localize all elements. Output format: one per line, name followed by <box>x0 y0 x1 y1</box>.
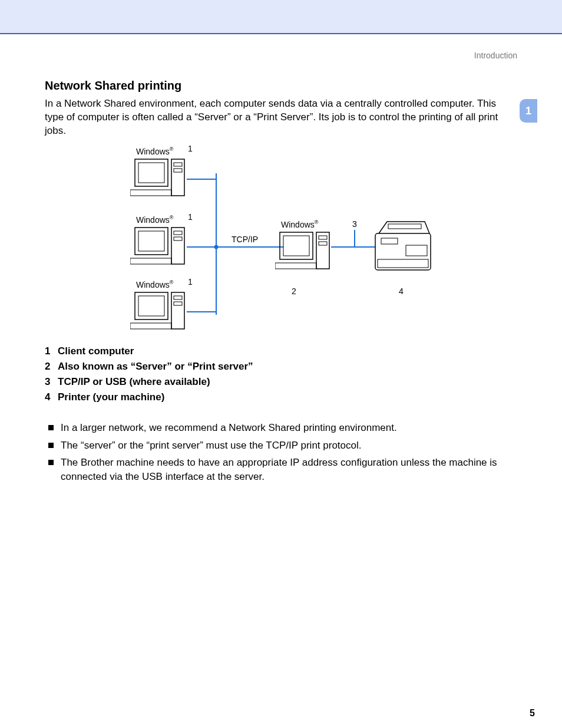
chapter-tab: 1 <box>520 99 537 123</box>
svg-rect-11 <box>171 159 184 196</box>
svg-rect-24 <box>174 296 182 299</box>
legend-num: 2 <box>45 361 58 373</box>
svg-rect-27 <box>283 236 309 256</box>
client2-os: Windows <box>136 215 170 224</box>
client-computer-icon <box>130 154 189 207</box>
page-content: Network Shared printing In a Network Sha… <box>0 79 562 484</box>
top-banner <box>0 0 562 34</box>
bullet-item: In a larger network, we recommend a Netw… <box>48 421 517 435</box>
svg-rect-18 <box>174 231 182 235</box>
svg-rect-32 <box>375 233 431 270</box>
legend-text: Also known as “Server” or “Print server” <box>58 361 253 373</box>
client3-os: Windows <box>136 279 170 289</box>
legend-item: 4 Printer (your machine) <box>45 391 517 403</box>
network-diagram: Windows® 1 Windows® 1 Windows® 1 TCP/IP <box>122 144 440 338</box>
svg-rect-34 <box>381 238 398 244</box>
bullet-item: The Brother machine needs to have an app… <box>48 456 517 484</box>
server-os: Windows <box>281 219 315 229</box>
header-section-label: Introduction <box>0 34 562 60</box>
section-title: Network Shared printing <box>45 79 517 93</box>
server-num: 2 <box>292 286 296 296</box>
registered-icon: ® <box>170 215 174 220</box>
legend-num: 4 <box>45 391 58 403</box>
legend-text: Client computer <box>58 345 134 357</box>
bullet-text: The “server” or the “print server” must … <box>61 439 362 453</box>
tcpip-label: TCP/IP <box>232 235 258 244</box>
svg-rect-15 <box>138 231 164 251</box>
chapter-number: 1 <box>525 105 531 117</box>
legend-item: 3 TCP/IP or USB (where available) <box>45 376 517 388</box>
diagram-legend: 1 Client computer 2 Also known as “Serve… <box>45 345 517 403</box>
legend-num: 1 <box>45 345 58 357</box>
registered-icon: ® <box>170 146 174 152</box>
svg-rect-16 <box>130 258 171 264</box>
svg-rect-22 <box>130 323 171 329</box>
svg-rect-29 <box>316 232 329 269</box>
section-intro: In a Network Shared environment, each co… <box>45 97 517 138</box>
client-computer-icon <box>130 288 189 341</box>
bullet-text: In a larger network, we recommend a Netw… <box>61 421 397 435</box>
legend-item: 1 Client computer <box>45 345 517 357</box>
legend-text: TCP/IP or USB (where available) <box>58 376 210 388</box>
svg-rect-33 <box>388 224 421 229</box>
bullet-list: In a larger network, we recommend a Netw… <box>48 421 517 484</box>
svg-rect-10 <box>130 190 171 196</box>
svg-rect-13 <box>174 169 182 172</box>
legend-text: Printer (your machine) <box>58 391 164 403</box>
svg-rect-23 <box>171 292 184 329</box>
svg-rect-35 <box>378 259 428 268</box>
registered-icon: ® <box>170 279 174 285</box>
square-bullet-icon <box>48 425 54 430</box>
svg-rect-21 <box>138 296 164 316</box>
client1-os: Windows <box>136 146 170 156</box>
client3-num: 1 <box>188 277 193 286</box>
client1-num: 1 <box>188 144 193 153</box>
legend-num: 3 <box>45 376 58 388</box>
connection-num: 3 <box>352 219 357 229</box>
svg-rect-17 <box>171 228 184 264</box>
svg-rect-31 <box>319 242 327 245</box>
legend-item: 2 Also known as “Server” or “Print serve… <box>45 361 517 373</box>
svg-rect-28 <box>275 263 316 269</box>
server-computer-icon <box>275 228 334 281</box>
printer-num: 4 <box>399 286 404 296</box>
square-bullet-icon <box>48 460 54 465</box>
bullet-item: The “server” or the “print server” must … <box>48 439 517 453</box>
client2-num: 1 <box>188 212 193 222</box>
svg-rect-9 <box>138 163 164 183</box>
printer-icon <box>371 218 435 277</box>
square-bullet-icon <box>48 443 54 448</box>
svg-rect-30 <box>319 236 327 239</box>
page-number: 5 <box>0 708 562 719</box>
registered-icon: ® <box>315 219 319 225</box>
client-computer-icon <box>130 223 189 276</box>
svg-rect-25 <box>174 302 182 305</box>
svg-point-5 <box>214 245 219 249</box>
svg-rect-36 <box>406 245 427 256</box>
svg-rect-19 <box>174 237 182 241</box>
bullet-text: The Brother machine needs to have an app… <box>61 456 517 484</box>
svg-rect-12 <box>174 163 182 166</box>
